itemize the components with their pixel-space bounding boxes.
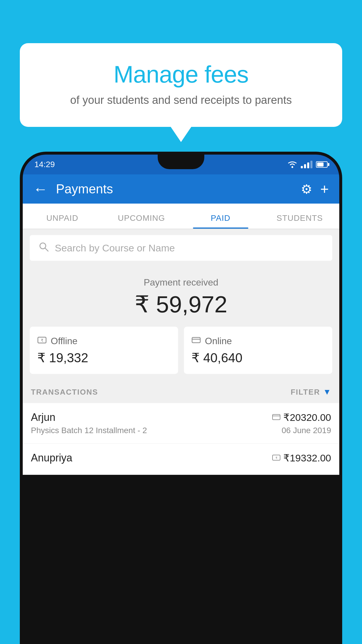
online-card: Online ₹ 40,640 <box>184 327 332 374</box>
transaction-row: Arjun ₹20320.00 Physics Batch 12 Install… <box>23 403 339 444</box>
svg-rect-7 <box>273 414 280 420</box>
svg-text:₹: ₹ <box>275 456 277 460</box>
transaction-amount: ₹19332.00 <box>283 452 331 464</box>
filter-label: FILTER <box>291 388 320 397</box>
payment-cards: ₹ Offline ₹ 19,332 <box>23 327 339 381</box>
transaction-course: Physics Batch 12 Installment - 2 <box>31 426 147 435</box>
payment-received-label: Payment received <box>23 277 339 288</box>
wifi-icon <box>287 161 297 168</box>
transaction-card-icon <box>272 413 280 422</box>
app-bar: ← Payments ⚙ + <box>23 174 339 204</box>
online-icon <box>191 335 201 347</box>
back-button[interactable]: ← <box>33 182 48 196</box>
offline-card: ₹ Offline ₹ 19,332 <box>30 327 178 374</box>
svg-rect-5 <box>192 337 200 343</box>
transaction-date: 06 June 2019 <box>282 426 331 435</box>
search-placeholder: Search by Course or Name <box>55 242 175 254</box>
tab-students[interactable]: STUDENTS <box>260 214 340 229</box>
filter-icon: ▼ <box>323 387 331 397</box>
payment-summary: Payment received ₹ 59,972 <box>23 267 339 327</box>
tabs-row: UNPAID UPCOMING PAID STUDENTS <box>23 204 339 229</box>
offline-label: Offline <box>51 336 78 346</box>
status-time: 14:29 <box>34 160 55 169</box>
transaction-amount: ₹20320.00 <box>283 412 331 423</box>
search-bar[interactable]: Search by Course or Name <box>30 235 332 261</box>
transaction-name: Anupriya <box>31 452 72 464</box>
settings-button[interactable]: ⚙ <box>301 182 312 197</box>
offline-amount: ₹ 19,332 <box>37 350 171 365</box>
svg-point-0 <box>291 166 293 168</box>
notch <box>158 155 204 169</box>
hero-card: Manage fees of your students and send re… <box>20 43 342 127</box>
hero-subtitle: of your students and send receipts to pa… <box>43 94 319 106</box>
phone-frame: 14:29 <box>20 152 342 644</box>
online-amount: ₹ 40,640 <box>191 350 325 365</box>
offline-icon: ₹ <box>37 335 47 347</box>
status-icons <box>287 161 328 168</box>
payment-amount: ₹ 59,972 <box>23 291 339 318</box>
transactions-label: TRANSACTIONS <box>31 388 98 397</box>
battery-icon <box>316 161 328 168</box>
signal-icon <box>301 161 312 168</box>
tab-paid[interactable]: PAID <box>181 214 260 229</box>
hero-title: Manage fees <box>43 61 319 88</box>
app-bar-title: Payments <box>56 182 293 196</box>
status-bar: 14:29 <box>23 155 339 174</box>
transaction-name: Arjun <box>31 411 55 424</box>
tab-unpaid[interactable]: UNPAID <box>23 214 102 229</box>
screen-content: Search by Course or Name Payment receive… <box>23 229 339 475</box>
tab-upcoming[interactable]: UPCOMING <box>102 214 181 229</box>
online-label: Online <box>205 336 232 346</box>
svg-text:₹: ₹ <box>41 338 43 343</box>
svg-line-2 <box>45 248 48 251</box>
transaction-cash-icon: ₹ <box>272 453 280 463</box>
transaction-row: Anupriya ₹ ₹19332.00 <box>23 444 339 475</box>
filter-row[interactable]: FILTER ▼ <box>291 387 331 397</box>
transactions-header: TRANSACTIONS FILTER ▼ <box>23 381 339 403</box>
add-button[interactable]: + <box>320 181 329 197</box>
search-icon <box>38 242 49 255</box>
